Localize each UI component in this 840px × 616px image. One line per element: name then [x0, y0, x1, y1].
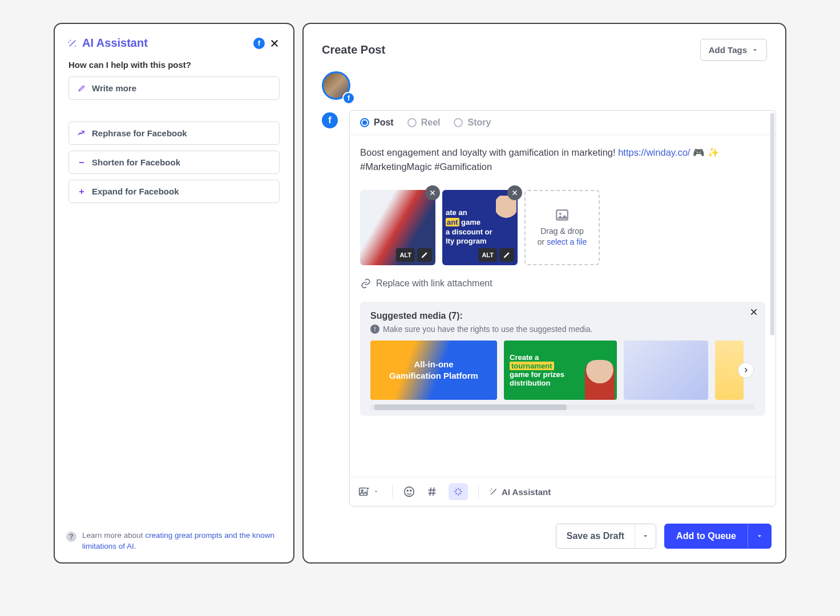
svg-point-1	[559, 213, 562, 215]
plus-icon	[77, 187, 86, 196]
page-title: Create Post	[322, 43, 385, 56]
option-expand[interactable]: Expand for Facebook	[68, 180, 280, 203]
divider	[478, 485, 479, 499]
suggested-media-3[interactable]	[624, 341, 708, 400]
rewrite-icon	[77, 129, 86, 138]
ai-footer: ? Learn more about creating great prompt…	[55, 522, 293, 562]
pencil-icon	[77, 84, 86, 93]
dz-link[interactable]: select a file	[547, 237, 587, 246]
post-text: Boost engagement and loyalty with gamifi…	[360, 147, 618, 157]
ai-title: AI Assistant	[67, 37, 148, 50]
radio-icon	[407, 118, 417, 127]
facebook-channel-icon[interactable]: f	[322, 112, 338, 128]
add-tags-label: Add Tags	[709, 45, 747, 55]
alt-text-button[interactable]: ALT	[478, 248, 497, 262]
media-tile-1[interactable]: ALT	[360, 190, 435, 265]
dz-label: Drag & drop	[540, 226, 583, 236]
ai-title-text: AI Assistant	[82, 37, 148, 50]
suggested-media-1[interactable]: All-in-oneGamification Platform	[370, 341, 497, 400]
create-post-panel: Create Post Add Tags f f	[302, 23, 786, 564]
ai-assistant-panel: AI Assistant f How can I help with this …	[54, 23, 294, 564]
option-label: Shorten for Facebook	[92, 157, 180, 167]
image-icon	[555, 208, 570, 222]
alt-text-button[interactable]: ALT	[396, 248, 415, 262]
minus-icon	[77, 158, 86, 167]
suggested-next-button[interactable]	[738, 362, 754, 378]
svg-point-6	[407, 490, 408, 491]
ai-assistant-label: AI Assistant	[502, 487, 551, 497]
media-dropzone[interactable]: Drag & drop or select a file	[524, 190, 600, 265]
link-icon	[360, 278, 371, 289]
media-tile-2[interactable]: ate an ant game a discount or lty progra…	[442, 190, 518, 265]
wand-icon	[67, 38, 78, 48]
ai-assistant-button[interactable]: AI Assistant	[489, 487, 551, 497]
replace-link-attachment[interactable]: Replace with link attachment	[360, 278, 765, 289]
svg-point-5	[405, 487, 414, 497]
add-tags-button[interactable]: Add Tags	[700, 39, 767, 61]
tab-story[interactable]: Story	[454, 117, 491, 128]
svg-point-7	[410, 490, 411, 491]
post-editor: Post Reel Story Boost engage	[349, 110, 776, 506]
tab-label: Story	[467, 117, 491, 128]
footer-text: Learn more about	[82, 531, 145, 540]
ai-question: How can I help with this post?	[55, 54, 293, 73]
tab-post[interactable]: Post	[360, 117, 394, 128]
editor-toolbar: AI Assistant	[350, 477, 776, 506]
chevron-down-icon	[752, 47, 758, 54]
post-text-input[interactable]: Boost engagement and loyalty with gamifi…	[360, 145, 765, 174]
ai-spark-button[interactable]	[449, 483, 468, 500]
facebook-badge-icon: f	[253, 38, 265, 49]
tab-reel[interactable]: Reel	[407, 117, 441, 128]
post-emoji: 🎮 ✨	[690, 147, 719, 157]
option-label: Expand for Facebook	[92, 187, 179, 196]
radio-icon	[360, 118, 369, 127]
dz-or: or	[538, 237, 547, 246]
remove-media-button[interactable]	[507, 185, 522, 200]
hashtag-button[interactable]	[426, 485, 438, 498]
post-hashtags: #MarketingMagic #Gamification	[360, 161, 492, 172]
add-image-button[interactable]	[358, 485, 370, 498]
suggested-title: Suggested media (7):	[370, 311, 755, 321]
scrollbar-horizontal[interactable]	[370, 404, 755, 410]
close-suggested-button[interactable]	[749, 307, 758, 317]
svg-point-3	[362, 490, 364, 492]
save-as-draft-button[interactable]: Save as Draft	[556, 524, 656, 549]
save-draft-dropdown[interactable]	[635, 533, 656, 540]
add-image-dropdown[interactable]	[370, 489, 382, 495]
edit-media-button[interactable]	[499, 248, 514, 262]
divider	[392, 485, 393, 499]
help-icon[interactable]: ?	[66, 532, 76, 542]
tab-label: Post	[374, 117, 394, 128]
option-rephrase[interactable]: Rephrase for Facebook	[68, 121, 280, 145]
account-avatar[interactable]: f	[322, 71, 353, 102]
suggested-media-panel: Suggested media (7): ! Make sure you hav…	[360, 302, 765, 416]
close-button[interactable]	[268, 37, 281, 50]
facebook-network-icon: f	[342, 92, 355, 104]
option-label: Rephrase for Facebook	[92, 128, 187, 138]
tab-label: Reel	[421, 117, 441, 128]
radio-icon	[454, 118, 463, 127]
remove-media-button[interactable]	[425, 185, 440, 200]
replace-link-label: Replace with link attachment	[376, 278, 492, 289]
add-queue-dropdown[interactable]	[748, 533, 771, 540]
add-to-queue-button[interactable]: Add to Queue	[664, 524, 772, 549]
edit-media-button[interactable]	[417, 248, 432, 262]
save-draft-label: Save as Draft	[556, 524, 635, 548]
info-icon: !	[370, 325, 379, 334]
add-queue-label: Add to Queue	[665, 524, 748, 548]
post-link[interactable]: https://winday.co/	[618, 147, 690, 157]
option-label: Write more	[92, 83, 136, 93]
option-shorten[interactable]: Shorten for Facebook	[68, 151, 280, 174]
option-write-more[interactable]: Write more	[68, 76, 280, 100]
suggested-media-2[interactable]: Create a tournament game for prizes dist…	[504, 341, 617, 400]
suggested-hint: ! Make sure you have the rights to use t…	[370, 325, 755, 334]
scrollbar-vertical[interactable]	[770, 113, 774, 492]
emoji-button[interactable]	[403, 485, 415, 498]
